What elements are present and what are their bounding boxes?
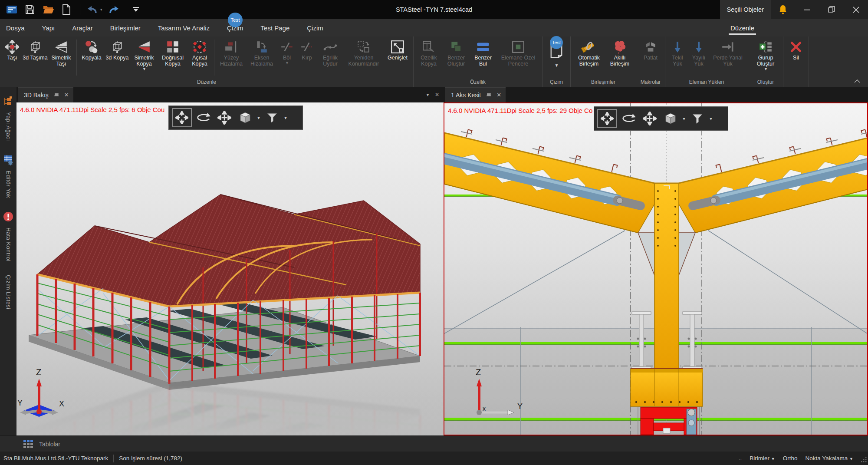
ribbon-button-otomatik-birleşim[interactable]: Otomatik Birleşim [572, 38, 605, 78]
ribbon-button-akıllı-birleşim[interactable]: Akıllı Birleşim [605, 38, 634, 78]
orbit-icon[interactable] [193, 108, 214, 128]
tab-close-icon[interactable]: ✕ [496, 92, 501, 98]
menu-item-dosya[interactable]: Dosya [6, 24, 25, 32]
element-window-icon [511, 39, 525, 55]
ribbon-button-yayılı-yük[interactable]: Yayılı Yük [688, 38, 710, 78]
undo-icon[interactable] [85, 3, 99, 16]
status-bar: Sta Bil.Muh.Mus.Ltd.Sti.-YTU Teknopark S… [0, 452, 868, 465]
viewport-section-canvas[interactable]: Z x Y 4.6.0 NVIDIA 471.11Dpi Scale 2,5 f… [444, 102, 868, 435]
filter-caret-icon[interactable]: ▾ [708, 116, 714, 121]
new-document-icon[interactable] [60, 3, 73, 16]
ribbon-button-yeniden-konumlandır[interactable]: Yeniden Konumlandır [344, 38, 384, 78]
ribbon-group-label: Çizim [544, 78, 569, 87]
ribbon-button-label: Özellik Kopya [415, 55, 442, 67]
ribbon-button-benzer-oluştur[interactable]: Benzer Oluştur [442, 38, 470, 78]
menu-item-araçlar[interactable]: Araçlar [72, 24, 93, 32]
menu-item-birleşimler[interactable]: Birleşimler [110, 24, 141, 32]
error-icon [3, 211, 14, 224]
ribbon-button-label: Benzer Bul [470, 55, 496, 67]
ribbon-collapse-icon[interactable] [852, 77, 862, 84]
pin-icon[interactable] [486, 92, 492, 98]
ribbon-button-doğrusal-kopya[interactable]: Doğrusal Kopya [158, 38, 187, 78]
snap-dropdown[interactable]: Nokta Yakalama ▼ [806, 455, 854, 462]
ribbon-button-perde-yanal-yük[interactable]: Perde Yanal Yük [710, 38, 746, 78]
menu-item-test-page[interactable]: Test Page [261, 24, 290, 32]
ribbon-button-kırp[interactable]: Kırp [297, 38, 317, 78]
ortho-toggle[interactable]: Ortho [783, 455, 798, 462]
redo-icon[interactable] [108, 3, 121, 16]
ribbon-button-eksen-hizalama[interactable]: Eksen Hizalama [247, 38, 277, 78]
notifications-bell-icon[interactable] [771, 0, 795, 19]
view-cube-caret-icon[interactable]: ▾ [256, 115, 262, 120]
selected-objects-button[interactable]: Seçili Objeler [720, 0, 771, 19]
minimize-button[interactable] [795, 0, 819, 19]
viewport-3d-canvas[interactable]: Z Y X 4.6.0 NVIDIA 471.11Dpi Scale 2,5 f… [16, 102, 444, 435]
open-folder-icon[interactable] [42, 3, 55, 16]
sidebar-item-label: Çizim Listesi [5, 275, 12, 309]
view-cube-caret-icon[interactable]: ▾ [681, 116, 687, 121]
menu-item-tasarım-ve-analiz[interactable]: Tasarım Ve Analiz [158, 24, 210, 32]
view-cube-icon[interactable] [660, 109, 681, 129]
units-dropdown[interactable]: Birimler ▼ [750, 455, 775, 462]
svg-text:Y: Y [17, 399, 23, 407]
ribbon-button-eğrilik-uydur[interactable]: Eğrilik Uydur [317, 38, 344, 78]
ribbon-button-böl[interactable]: Böl▼ [277, 38, 297, 78]
ribbon-button-tekil-yük[interactable]: Tekil Yük [667, 38, 688, 78]
view-cube-icon[interactable] [235, 108, 256, 128]
undo-dropdown-caret-icon[interactable]: ▾ [100, 7, 102, 12]
ribbon-button-cizim[interactable]: Test▼ [544, 38, 569, 78]
tab-close-icon[interactable]: ✕ [64, 92, 69, 98]
filter-caret-icon[interactable]: ▾ [283, 115, 289, 120]
ribbon-button-yüzey-hizalama[interactable]: Yüzey Hizalama [216, 38, 247, 78]
fit-view-icon[interactable] [172, 108, 192, 127]
ribbon-button-sil[interactable]: Sil [785, 38, 807, 78]
ribbon-button-simetrik-kopya[interactable]: Simetrik Kopya▼ [130, 38, 158, 78]
viewport-close-icon[interactable]: ✕ [435, 92, 439, 98]
toolbar-customize-icon[interactable] [129, 3, 142, 16]
mirror-red-icon [137, 39, 151, 55]
ribbon-button-simetrik-taşı[interactable]: Simetrik Taşı [48, 38, 75, 78]
ribbon-button-gurup-oluştur[interactable]: Gurup Oluştur▼ [750, 38, 781, 78]
svg-text:x: x [483, 405, 486, 412]
ribbon-button-genişlet[interactable]: Genişlet [384, 38, 411, 78]
ribbon-button-elemane-özel-pencere[interactable]: Elemane Özel Pencere [496, 38, 540, 78]
ribbon-group-sil: Sil [783, 36, 809, 87]
ribbon-tab-duzenle[interactable]: Düzenle [730, 24, 754, 32]
ribbon-group-label [785, 78, 807, 87]
menu-item-yapı[interactable]: Yapı [42, 24, 55, 32]
viewport-menu-caret-icon[interactable]: ▾ [427, 92, 429, 97]
resize-grip[interactable] [861, 457, 867, 464]
tables-grid-icon[interactable] [22, 438, 35, 451]
ribbon-button-kopyala[interactable]: Kopyala [79, 38, 105, 78]
sidebar-item-yapı-ağacı[interactable]: Yapı Ağacı [3, 96, 13, 141]
sidebar-item-hata-kontrol[interactable]: Hata Kontrol [3, 211, 14, 261]
save-icon[interactable] [23, 3, 36, 16]
tab-axis-section[interactable]: 1 Aks Kesit ✕ [445, 87, 506, 102]
sidebar-item-çizim-listesi[interactable]: Çizim Listesi [5, 275, 12, 309]
filter-funnel-icon[interactable] [262, 108, 283, 128]
pin-icon[interactable] [54, 92, 60, 98]
curve-fit-icon [323, 39, 337, 55]
pan-icon[interactable] [639, 109, 660, 129]
orbit-icon[interactable] [618, 109, 639, 129]
ribbon-button-taşı[interactable]: Taşı [2, 38, 23, 78]
menu-item-çizim[interactable]: ÇizimTest [227, 24, 243, 32]
tab-3d-view[interactable]: 3D Bakış ✕ [18, 87, 73, 102]
menu-item-çizim-2[interactable]: Çizim [307, 24, 323, 32]
restore-button[interactable] [819, 0, 844, 19]
ribbon-button-patlat[interactable]: Patlat [638, 38, 663, 78]
menu-item-label: Test Page [261, 24, 290, 32]
fit-view-icon[interactable] [597, 109, 617, 128]
title-bar: ▾ STASteel -TYN 7.steel4cad Seçili Objel… [0, 0, 868, 19]
close-button[interactable] [844, 0, 868, 19]
ribbon-button-açısal-kopya[interactable]: Açısal Kopya [187, 38, 212, 78]
sidebar-item-editör-yok[interactable]: Editör Yok [3, 154, 14, 198]
ribbon-button-3d-taşıma[interactable]: 3d Taşıma [23, 38, 48, 78]
ribbon-button-label: Benzer Oluştur [442, 55, 470, 67]
ribbon-button-3d-kopya[interactable]: 3d Kopya [105, 38, 130, 78]
pan-icon[interactable] [214, 108, 235, 128]
ribbon-button-özellik-kopya[interactable]: Özellik Kopya [415, 38, 442, 78]
tables-label[interactable]: Tablolar [39, 441, 60, 448]
ribbon-button-benzer-bul[interactable]: Benzer Bul [470, 38, 496, 78]
filter-funnel-icon[interactable] [687, 109, 708, 129]
